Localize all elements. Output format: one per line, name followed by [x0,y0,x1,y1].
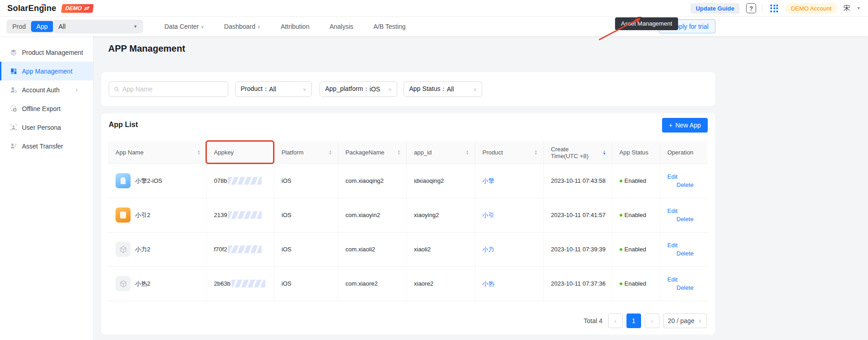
platform-filter-select[interactable]: App_platform： iOS ∨ [320,81,397,97]
platform: iOS [274,266,338,301]
table-row: 小力2 f70f2 iOS com.xiaoli2 xiaoli2 小力 202… [108,232,707,266]
app-id: xiaoli2 [406,232,475,266]
env-app-option-selected[interactable]: App [31,21,53,32]
sidebar-item-product-management[interactable]: Product Management [0,43,93,62]
top-header-bar: SolarEngine DEMO⇄ Update Guide ? DEMO Ac… [0,0,868,17]
sidebar-item-asset-transfer[interactable]: Asset Transfer [0,137,93,155]
app-name: 小力2 [135,245,150,254]
app-name-search[interactable] [109,81,228,97]
asset-transfer-icon [10,142,17,150]
sort-icon[interactable]: ▲▼ [534,150,540,155]
appkey-prefix: 2139 [214,212,227,218]
platform-filter-value: iOS [369,85,380,93]
swap-arrows-icon: ⇄ [84,5,89,11]
sidebar-item-label: User Persona [22,124,61,131]
sidebar-item-user-persona[interactable]: User Persona [0,118,93,137]
sort-icon[interactable]: ▲▼ [329,150,334,155]
chevron-right-icon: › [76,87,78,93]
edit-link[interactable]: Edit [668,242,678,249]
appkey-masked [228,177,262,185]
col-packagename[interactable]: PackageName▲▼ [338,142,406,164]
package-name: com.xiaoqing2 [338,164,406,198]
table-row: 小热2 2b63b iOS com.xiaore2 xiaore2 小热 202… [108,266,707,301]
status-dot-icon [620,180,622,182]
sort-icon[interactable]: ▲▼ [397,150,403,155]
status-badge: Enabled [620,246,656,253]
scope-select[interactable]: All ▼ [53,20,143,33]
app-id: xiaore2 [406,266,475,301]
product-link[interactable]: 小热 [483,280,494,287]
edit-link[interactable]: Edit [668,207,678,214]
appkey-prefix: 2b63b [214,280,231,287]
update-guide-button[interactable]: Update Guide [690,3,740,14]
user-menu-caret-icon[interactable]: ▼ [857,6,861,11]
pagination-page-1[interactable]: 1 [626,313,641,328]
app-icon [116,207,131,223]
app-name: 小引2 [135,211,150,219]
delete-link[interactable]: Delete [677,250,694,257]
apps-grid-icon[interactable] [770,5,778,12]
nav-attribution[interactable]: Attribution [281,23,310,30]
delete-link[interactable]: Delete [677,181,694,188]
nav-analysis[interactable]: Analysis [330,23,353,30]
appkey-masked [231,280,265,287]
logo-accent [42,4,46,5]
page-size-select[interactable]: 20 / page∨ [663,313,707,328]
product-link[interactable]: 小力 [483,246,494,253]
app-icon-placeholder [116,276,131,291]
col-app-name[interactable]: App Name▲▼ [108,142,206,164]
sort-icon-desc-active[interactable]: ▲▼ [603,150,608,155]
col-product[interactable]: Product▲▼ [475,142,543,164]
pagination-prev-button[interactable]: ‹ [608,313,623,328]
delete-link[interactable]: Delete [677,284,694,291]
nav-data-center[interactable]: Data Center∨ [164,23,204,30]
status-dot-icon [620,282,622,285]
product-link[interactable]: 小引 [483,212,494,218]
package-name: com.xiaoli2 [338,232,406,266]
status-badge: Enabled [620,280,656,287]
env-prod-option[interactable]: Prod [7,23,31,30]
env-segmented-control: Prod App [6,20,54,33]
chevron-down-icon: ∨ [200,24,204,29]
col-app-id[interactable]: app_id▲▼ [406,142,475,164]
app-list-title: App List [109,121,138,129]
nav-ab-testing[interactable]: A/B Testing [374,23,406,30]
col-create-time[interactable]: Create Time(UTC +8)▲▼ [543,142,612,164]
platform: iOS [274,164,338,198]
edit-link[interactable]: Edit [668,173,678,180]
sidebar: Product Management App Management Accoun… [0,36,94,340]
sort-icon[interactable]: ▲▼ [466,150,471,155]
account-auth-icon [10,86,17,94]
nav-dashboard[interactable]: Dashboard∨ [224,23,261,30]
app-grid-icon [10,67,17,75]
status-filter-select[interactable]: App Status： All ∨ [404,81,482,97]
col-operation: Operation [660,142,707,164]
app-name-search-input[interactable] [122,85,223,93]
edit-link[interactable]: Edit [668,276,678,283]
app-list-panel: App List + New App App Name▲▼ Appkey Pla… [101,113,715,335]
main-nav-bar: Prod App All ▼ Data Center∨ Dashboard∨ A… [0,17,868,36]
table-row: 小引2 2139 iOS com.xiaoyin2 xiaoying2 小引 2… [108,198,707,232]
sidebar-item-label: Offline Export [22,105,61,112]
sidebar-item-app-management[interactable]: App Management [0,62,93,80]
create-time: 2023-10-11 07:41:57 [543,198,612,232]
delete-link[interactable]: Delete [677,216,694,223]
sidebar-item-account-auth[interactable]: Account Auth › [0,80,93,99]
platform: iOS [274,232,338,266]
sidebar-item-offline-export[interactable]: Offline Export [0,99,93,118]
sort-icon[interactable]: ▲▼ [197,150,203,155]
product-filter-select[interactable]: Product： All ∨ [235,81,312,97]
user-avatar-name[interactable]: 宋 [843,4,850,13]
product-link[interactable]: 小擎 [483,177,494,184]
help-manual-icon[interactable]: ? [746,3,756,13]
offline-export-icon [10,105,17,112]
new-app-button[interactable]: + New App [662,118,708,133]
product-filter-value: All [269,85,276,93]
app-id: xiaoying2 [406,198,475,232]
col-platform[interactable]: Platform▲▼ [274,142,338,164]
status-filter-value: All [447,85,454,93]
pagination-next-button[interactable]: › [645,313,659,328]
appkey-prefix: f70f2 [214,246,227,253]
app-icon-placeholder [116,242,131,257]
col-appkey[interactable]: Appkey [206,142,274,164]
